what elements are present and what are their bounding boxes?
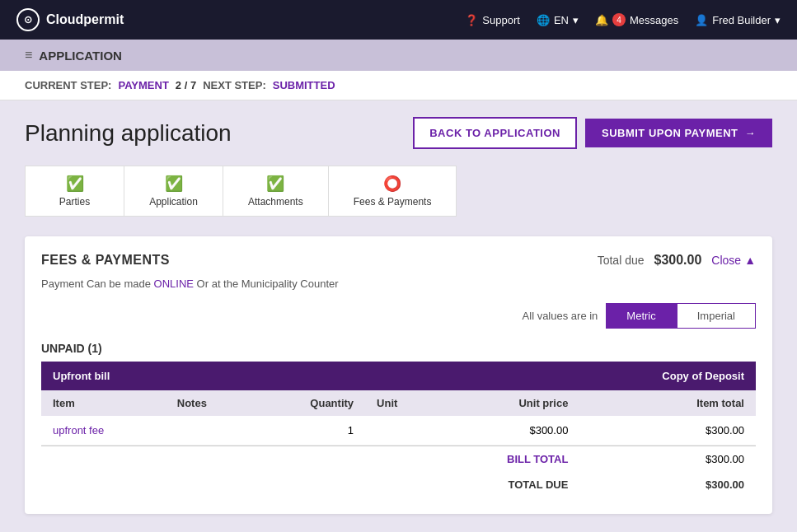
total-due-label: TOTAL DUE [438, 472, 579, 497]
close-button[interactable]: Close ▲ [711, 254, 756, 267]
col-item: Item [41, 390, 166, 416]
main-content: Planning application BACK TO APPLICATION… [0, 100, 797, 530]
globe-icon: 🌐 [537, 14, 550, 26]
fees-pending-icon: ⭕ [354, 175, 432, 193]
breadcrumb-title: APPLICATION [39, 49, 122, 63]
step-number: 2 / 7 [176, 79, 196, 91]
messages-link[interactable]: 🔔 4 Messages [595, 13, 678, 26]
item-notes [166, 416, 254, 446]
imperial-button[interactable]: Imperial [677, 303, 756, 329]
chevron-up-icon: ▲ [744, 254, 756, 267]
page-header-buttons: BACK TO APPLICATION SUBMIT UPON PAYMENT … [413, 117, 772, 149]
unpaid-label: UNPAID (1) [41, 342, 756, 355]
chevron-down-icon: ▾ [573, 14, 579, 26]
bill-total-label: BILL TOTAL [438, 446, 579, 472]
col-unit: Unit [365, 390, 438, 416]
step-fees-payments[interactable]: ⭕ Fees & Payments [329, 166, 457, 216]
parties-label: Parties [50, 196, 99, 208]
step-parties[interactable]: ✅ Parties [26, 166, 124, 216]
application-check-icon: ✅ [149, 175, 198, 193]
breadcrumb-icon: ≡ [25, 48, 32, 63]
logo: ⊙ Cloudpermit [16, 8, 124, 31]
parties-check-icon: ✅ [50, 175, 99, 193]
logo-text: Cloudpermit [46, 12, 124, 27]
column-headers-row: Item Notes Quantity Unit Unit price Item… [41, 390, 756, 416]
top-navigation: ⊙ Cloudpermit ❓ Support 🌐 EN ▾ 🔔 4 Messa… [0, 0, 797, 40]
total-due-value: $300.00 [579, 472, 756, 497]
item-total: $300.00 [579, 416, 756, 446]
page-header: Planning application BACK TO APPLICATION… [25, 117, 772, 149]
unit-toggle-label: All values are in [523, 310, 598, 322]
language-selector[interactable]: 🌐 EN ▾ [537, 14, 579, 26]
messages-badge: 4 [612, 13, 626, 26]
copy-deposit-label: Copy of Deposit [579, 362, 756, 390]
fees-total: Total due $300.00 Close ▲ [598, 253, 756, 268]
messages-label: Messages [630, 14, 678, 26]
table-row: upfront fee 1 $300.00 $300.00 [41, 416, 756, 446]
online-link[interactable]: ONLINE [154, 278, 194, 290]
fees-payments-label: Fees & Payments [354, 196, 432, 208]
bill-header-row: Upfront bill Copy of Deposit [41, 362, 756, 390]
item-quantity: 1 [254, 416, 365, 446]
step-attachments[interactable]: ✅ Attachments [223, 166, 329, 216]
item-unit-price: $300.00 [438, 416, 579, 446]
breadcrumb: ≡ APPLICATION [0, 40, 797, 71]
support-link[interactable]: ❓ Support [465, 14, 520, 26]
unit-toggle: Metric Imperial [606, 303, 756, 329]
col-quantity: Quantity [254, 390, 365, 416]
step-application[interactable]: ✅ Application [124, 166, 223, 216]
metric-button[interactable]: Metric [606, 303, 676, 329]
user-menu[interactable]: 👤 Fred Builder ▾ [695, 14, 781, 26]
support-label: Support [482, 14, 520, 26]
attachments-check-icon: ✅ [248, 175, 303, 193]
bill-table: Upfront bill Copy of Deposit Item Notes … [41, 362, 756, 497]
bill-header-label: Upfront bill [41, 362, 579, 390]
step-bar: CURRENT STEP: PAYMENT 2 / 7 NEXT STEP: S… [0, 71, 797, 100]
total-due-amount: $300.00 [654, 253, 702, 268]
language-label: EN [554, 14, 569, 26]
col-notes: Notes [166, 390, 254, 416]
next-step-label: NEXT STEP: [203, 79, 266, 91]
attachments-label: Attachments [248, 196, 303, 208]
user-label: Fred Builder [712, 14, 771, 26]
item-link[interactable]: upfront fee [53, 424, 104, 436]
total-due-label: Total due [598, 254, 645, 267]
current-step-label: CURRENT STEP: [25, 79, 111, 91]
bell-icon: 🔔 [595, 14, 608, 26]
unit-toggle-row: All values are in Metric Imperial [41, 303, 756, 329]
col-unit-price: Unit price [438, 390, 579, 416]
logo-icon: ⊙ [16, 8, 40, 31]
payment-info: Payment Can be made ONLINE Or at the Mun… [41, 278, 756, 290]
back-to-application-button[interactable]: BACK TO APPLICATION [413, 117, 577, 149]
close-label: Close [711, 254, 741, 267]
arrow-icon: → [745, 127, 757, 139]
chevron-down-icon: ▾ [775, 14, 781, 26]
page-title: Planning application [25, 120, 232, 147]
current-step-name: PAYMENT [118, 79, 168, 91]
next-step-name: SUBMITTED [273, 79, 335, 91]
user-icon: 👤 [695, 14, 708, 26]
total-due-row: TOTAL DUE $300.00 [41, 472, 756, 497]
item-unit [365, 416, 438, 446]
submit-upon-payment-button[interactable]: SUBMIT UPON PAYMENT → [585, 119, 772, 147]
fees-card-header: FEES & PAYMENTS Total due $300.00 Close … [41, 253, 756, 268]
bill-total-row: BILL TOTAL $300.00 [41, 446, 756, 472]
application-label: Application [149, 196, 198, 208]
fees-title: FEES & PAYMENTS [41, 253, 170, 268]
item-name[interactable]: upfront fee [41, 416, 166, 446]
bill-total-value: $300.00 [579, 446, 756, 472]
topnav-right: ❓ Support 🌐 EN ▾ 🔔 4 Messages 👤 Fred Bui… [465, 13, 781, 26]
support-icon: ❓ [465, 14, 478, 26]
submit-button-label: SUBMIT UPON PAYMENT [602, 127, 738, 139]
fees-card: FEES & PAYMENTS Total due $300.00 Close … [25, 236, 772, 514]
col-item-total: Item total [579, 390, 756, 416]
progress-steps: ✅ Parties ✅ Application ✅ Attachments ⭕ … [25, 166, 457, 217]
